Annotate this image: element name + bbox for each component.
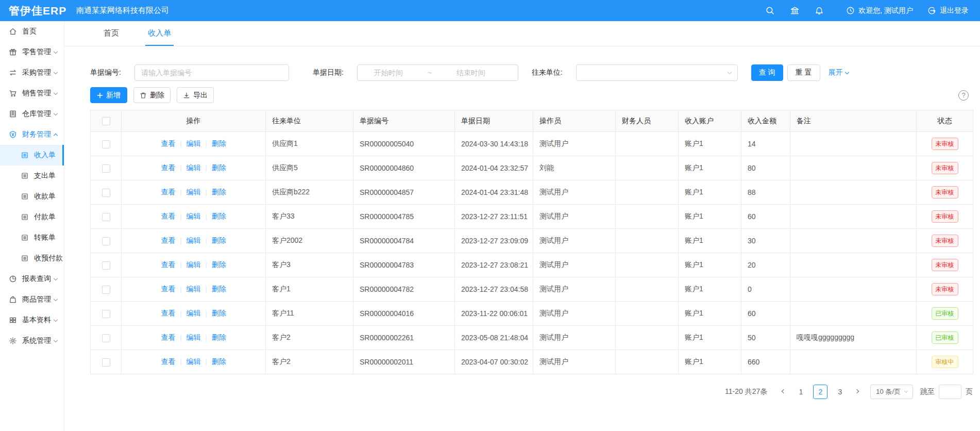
sidebar-subitem-advance[interactable]: 收预付款: [0, 248, 64, 269]
sidebar-item-finance[interactable]: 财务管理: [0, 124, 64, 145]
action-delete-link[interactable]: 删除: [212, 285, 226, 294]
page-1[interactable]: 1: [793, 385, 808, 399]
export-button-label: 导出: [193, 91, 208, 100]
row-checkbox[interactable]: [102, 237, 110, 245]
action-view-link[interactable]: 查看: [161, 285, 175, 294]
sidebar-item-home[interactable]: 首页: [0, 21, 64, 42]
action-delete-link[interactable]: 删除: [212, 236, 226, 245]
action-view-link[interactable]: 查看: [161, 188, 175, 197]
sidebar-subitem-transfer[interactable]: 转账单: [0, 227, 64, 248]
sidebar-item-reports[interactable]: 报表查询: [0, 269, 64, 289]
cell-account: 账户1: [679, 350, 741, 374]
action-edit-link[interactable]: 编辑: [187, 188, 201, 197]
next-page-button[interactable]: [850, 385, 864, 399]
action-view-link[interactable]: 查看: [161, 139, 175, 148]
action-edit-link[interactable]: 编辑: [187, 309, 201, 318]
expand-link-text: 展开: [829, 68, 843, 77]
cell-finance: [616, 302, 679, 326]
download-icon: [183, 92, 190, 99]
sidebar-item-label: 基本资料: [22, 316, 54, 325]
row-checkbox[interactable]: [102, 213, 110, 221]
action-view-link[interactable]: 查看: [161, 212, 175, 221]
action-edit-link[interactable]: 编辑: [187, 236, 201, 245]
reset-button[interactable]: 重 置: [787, 64, 820, 81]
row-checkbox[interactable]: [102, 140, 110, 148]
sidebar-item-warehouse[interactable]: 仓库管理: [0, 104, 64, 124]
action-edit-link[interactable]: 编辑: [187, 357, 201, 367]
row-checkbox[interactable]: [102, 358, 110, 367]
action-view-link[interactable]: 查看: [161, 236, 175, 245]
table-row: 查看 | 编辑 | 删除 客户2002 SR00000004784 2023-1…: [91, 229, 973, 253]
row-checkbox[interactable]: [102, 164, 110, 173]
action-edit-link[interactable]: 编辑: [187, 285, 201, 294]
action-delete-link[interactable]: 删除: [212, 163, 226, 173]
bill-no-input[interactable]: [134, 64, 289, 81]
page-3[interactable]: 3: [833, 385, 847, 399]
bank-icon[interactable]: [782, 0, 807, 21]
pagination-total: 11-20 共27条: [725, 387, 767, 396]
page-2[interactable]: 2: [813, 385, 827, 399]
sidebar-subitem-expense[interactable]: 支出单: [0, 165, 64, 186]
trash-icon: [140, 92, 147, 99]
prev-page-button[interactable]: [776, 385, 791, 399]
date-label: 单据日期:: [313, 68, 344, 77]
bell-icon[interactable]: [807, 0, 832, 21]
sidebar-subitem-income[interactable]: 收入单: [0, 145, 64, 165]
page-size-select[interactable]: 10 条/页: [870, 385, 913, 399]
row-checkbox[interactable]: [102, 334, 110, 342]
search-button[interactable]: 查 询: [751, 64, 783, 81]
sidebar-subitem-payment[interactable]: 付款单: [0, 207, 64, 227]
jump-input[interactable]: [939, 385, 961, 399]
sidebar-item-goods[interactable]: 商品管理: [0, 289, 64, 310]
action-edit-link[interactable]: 编辑: [187, 260, 201, 270]
table-row: 查看 | 编辑 | 删除 供应商1 SR00000005040 2024-03-…: [91, 132, 973, 156]
sidebar-subitem-receipt[interactable]: 收款单: [0, 186, 64, 207]
row-checkbox[interactable]: [102, 286, 110, 294]
export-button[interactable]: 导出: [177, 87, 214, 103]
action-view-link[interactable]: 查看: [161, 357, 175, 367]
action-edit-link[interactable]: 编辑: [187, 163, 201, 173]
logout-button[interactable]: 退出登录: [927, 6, 969, 15]
date-range-picker[interactable]: ~: [357, 64, 518, 81]
row-checkbox[interactable]: [102, 310, 110, 318]
partner-select[interactable]: [576, 64, 738, 81]
sidebar-item-system[interactable]: 系统管理: [0, 330, 64, 351]
action-delete-link[interactable]: 删除: [212, 333, 226, 342]
expand-link[interactable]: 展开: [829, 68, 849, 77]
action-delete-link[interactable]: 删除: [212, 260, 226, 270]
cell-amount: 14: [741, 132, 790, 156]
action-delete-link[interactable]: 删除: [212, 212, 226, 221]
action-edit-link[interactable]: 编辑: [187, 139, 201, 148]
action-separator: |: [206, 261, 207, 269]
sidebar-item-purchase[interactable]: 采购管理: [0, 62, 64, 83]
date-start-input[interactable]: [358, 69, 419, 77]
help-icon[interactable]: ?: [958, 90, 969, 101]
action-delete-link[interactable]: 删除: [212, 188, 226, 197]
action-view-link[interactable]: 查看: [161, 163, 175, 173]
company-name: 南通某某网络科技有限公司: [76, 6, 169, 15]
action-delete-link[interactable]: 删除: [212, 309, 226, 318]
search-icon[interactable]: [757, 0, 782, 21]
action-delete-link[interactable]: 删除: [212, 139, 226, 148]
sidebar-item-retail[interactable]: 零售管理: [0, 42, 64, 62]
sidebar-item-sales[interactable]: 销售管理: [0, 83, 64, 104]
action-delete-link[interactable]: 删除: [212, 357, 226, 367]
row-checkbox[interactable]: [102, 189, 110, 197]
action-view-link[interactable]: 查看: [161, 333, 175, 342]
action-edit-link[interactable]: 编辑: [187, 212, 201, 221]
action-view-link[interactable]: 查看: [161, 309, 175, 318]
date-end-input[interactable]: [440, 69, 502, 77]
welcome-user[interactable]: 欢迎您, 测试用户: [846, 6, 913, 15]
row-checkbox[interactable]: [102, 261, 110, 270]
sidebar-item-basedata[interactable]: 基本资料: [0, 310, 64, 330]
select-all-checkbox[interactable]: [102, 117, 110, 125]
cell-finance: [616, 156, 679, 180]
tab-home[interactable]: 首页: [101, 28, 122, 46]
tab-income[interactable]: 收入单: [145, 28, 174, 46]
delete-button[interactable]: 删除: [133, 87, 171, 103]
action-edit-link[interactable]: 编辑: [187, 333, 201, 342]
cell-bill-no: SR00000004785: [353, 205, 455, 229]
add-button[interactable]: 新增: [90, 87, 127, 103]
action-view-link[interactable]: 查看: [161, 260, 175, 270]
jump-label: 跳至: [920, 387, 935, 396]
